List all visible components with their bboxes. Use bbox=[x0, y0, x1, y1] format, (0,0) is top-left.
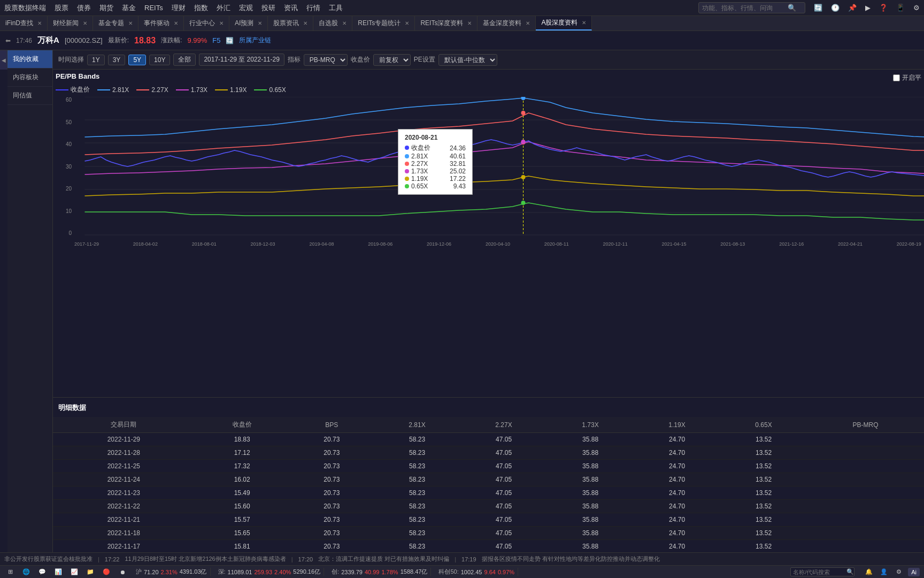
tooltip-value-281: 40.61 bbox=[450, 153, 466, 160]
main-layout: ◀ 我的收藏 内容板块 同估值 时间选择 1Y 3Y 5Y 10Y 全部 201… bbox=[0, 50, 924, 552]
chart-area: PE/PB Bands 开启平 收盘价 2.81X bbox=[53, 70, 924, 397]
time-btn-5y[interactable]: 5Y bbox=[128, 55, 146, 65]
tab-close-icon[interactable]: ✕ bbox=[219, 20, 224, 26]
tab-reits-stats[interactable]: REITs专题统计 ✕ bbox=[352, 16, 415, 31]
tab-close-icon[interactable]: ✕ bbox=[526, 20, 530, 26]
time-btn-all[interactable]: 全部 bbox=[173, 54, 196, 66]
menu-research[interactable]: 投研 bbox=[261, 3, 275, 13]
taskbar-icon-right-2[interactable]: 👤 bbox=[878, 566, 890, 578]
tab-close-icon[interactable]: ✕ bbox=[37, 20, 42, 26]
indicator-select[interactable]: PB-MRQ bbox=[304, 54, 348, 66]
tooltip-marker-065 bbox=[521, 201, 526, 205]
tab-watchlist[interactable]: 自选股 ✕ bbox=[313, 16, 352, 31]
tooltip-row-281: 2.81X 40.61 bbox=[405, 153, 466, 160]
help-icon[interactable]: ❓ bbox=[879, 4, 888, 12]
play-icon[interactable]: ▶ bbox=[865, 4, 871, 12]
menu-terminal[interactable]: 股票数据终端 bbox=[4, 3, 46, 13]
pe-setting-select[interactable]: 默认值-中位数 bbox=[438, 54, 497, 66]
time-btn-1y[interactable]: 1Y bbox=[87, 55, 105, 65]
tab-close-icon[interactable]: ✕ bbox=[582, 20, 586, 26]
tab-close-icon[interactable]: ✕ bbox=[405, 20, 409, 26]
top-search-input[interactable] bbox=[702, 4, 788, 12]
tab-ashare-deep[interactable]: A股深度资料 ✕ bbox=[536, 16, 592, 31]
taskbar-icon-right-1[interactable]: 🔔 bbox=[863, 566, 875, 578]
sidebar-item-content[interactable]: 内容板块 bbox=[7, 69, 52, 87]
date-range[interactable]: 2017-11-29 至 2022-11-29 bbox=[199, 54, 284, 66]
col-header-065: 0.65X bbox=[720, 417, 807, 433]
table-cell: 13.52 bbox=[720, 473, 807, 486]
change-label: 涨跌幅: bbox=[161, 36, 182, 45]
tab-ifind[interactable]: iFinD查找 ✕ bbox=[0, 16, 48, 31]
refresh-small-icon[interactable]: 🔄 bbox=[226, 37, 234, 44]
open-toggle-checkbox[interactable] bbox=[893, 74, 900, 81]
menu-funds[interactable]: 基金 bbox=[122, 3, 136, 13]
taskbar-icon-right-3[interactable]: ⚙ bbox=[893, 566, 905, 578]
tab-industry[interactable]: 行业中心 ✕ bbox=[184, 16, 229, 31]
phone-icon[interactable]: 📱 bbox=[896, 4, 905, 12]
taskbar-icon-chrome[interactable]: 🌐 bbox=[20, 566, 32, 578]
sidebar-item-favorites[interactable]: 我的收藏 bbox=[7, 50, 52, 69]
taskbar-icon-folder[interactable]: 📁 bbox=[84, 566, 96, 578]
tab-fund-deep[interactable]: 基金深度资料 ✕ bbox=[478, 16, 536, 31]
menu-info[interactable]: 资讯 bbox=[284, 3, 298, 13]
index-search-input[interactable] bbox=[793, 569, 846, 575]
taskbar-icon-red[interactable]: 🔴 bbox=[101, 566, 112, 578]
time-btn-10y[interactable]: 10Y bbox=[149, 55, 170, 65]
time-btn-3y[interactable]: 3Y bbox=[108, 55, 126, 65]
taskbar-icon-app[interactable]: 📈 bbox=[68, 566, 80, 578]
sidebar-item-valuation[interactable]: 同估值 bbox=[7, 87, 52, 105]
tab-close-icon[interactable]: ✕ bbox=[467, 20, 472, 26]
menu-index[interactable]: 指数 bbox=[194, 3, 208, 13]
market-name-sh: 沪 bbox=[136, 568, 142, 576]
history-back-icon[interactable]: ⬅ bbox=[5, 37, 11, 44]
tab-reits-deep[interactable]: REITs深度资料 ✕ bbox=[415, 16, 478, 31]
taskbar-icon-rec[interactable]: ⏺ bbox=[117, 566, 128, 578]
tab-stock-info[interactable]: 股票资讯 ✕ bbox=[268, 16, 313, 31]
tab-fund-special[interactable]: 基金专题 ✕ bbox=[93, 16, 138, 31]
indicator-label: 指标 bbox=[288, 55, 301, 64]
price-type-select[interactable]: 前复权 bbox=[373, 54, 411, 66]
menu-tools[interactable]: 工具 bbox=[329, 3, 343, 13]
refresh-icon[interactable]: 🔄 bbox=[814, 4, 822, 12]
menu-bonds[interactable]: 债券 bbox=[77, 3, 91, 13]
legend-label-281: 2.81X bbox=[112, 86, 129, 94]
tab-close-icon[interactable]: ✕ bbox=[128, 20, 133, 26]
tab-finance-news[interactable]: 财经新闻 ✕ bbox=[48, 16, 93, 31]
settings-icon[interactable]: ⚙ bbox=[913, 4, 920, 12]
industry-link[interactable]: 所属产业链 bbox=[239, 36, 271, 45]
tab-close-icon[interactable]: ✕ bbox=[342, 20, 346, 26]
status-time-3: 17:19 bbox=[461, 556, 476, 562]
tab-label: 财经新闻 bbox=[53, 19, 79, 28]
menu-futures[interactable]: 期货 bbox=[99, 3, 113, 13]
tab-close-icon[interactable]: ✕ bbox=[83, 20, 87, 26]
taskbar-icon-excel[interactable]: 📊 bbox=[52, 566, 64, 578]
f5-button[interactable]: F5 bbox=[212, 36, 220, 44]
tooltip-row-173: 1.73X 25.02 bbox=[405, 168, 466, 175]
table-cell: 58.23 bbox=[374, 540, 460, 553]
ai-button[interactable]: Ai bbox=[908, 568, 920, 576]
index-search-icon[interactable]: 🔍 bbox=[846, 568, 854, 575]
tab-close-icon[interactable]: ✕ bbox=[174, 20, 178, 26]
top-search-bar[interactable]: 🔍 bbox=[698, 2, 805, 13]
tab-ai[interactable]: AI预测 ✕ bbox=[229, 16, 268, 31]
menu-macro[interactable]: 宏观 bbox=[239, 3, 253, 13]
taskbar-icon-wechat[interactable]: 💬 bbox=[36, 566, 48, 578]
tab-close-icon[interactable]: ✕ bbox=[258, 20, 262, 26]
menu-forex[interactable]: 外汇 bbox=[217, 3, 230, 13]
menu-reits[interactable]: REITs bbox=[144, 4, 163, 12]
tab-label: 自选股 bbox=[319, 19, 338, 28]
pin-icon[interactable]: 📌 bbox=[848, 4, 857, 12]
taskbar-icon-grid[interactable]: ⊞ bbox=[4, 566, 16, 578]
menu-stocks[interactable]: 股票 bbox=[55, 3, 68, 13]
menu-wealth[interactable]: 理财 bbox=[172, 3, 186, 13]
index-search-bar[interactable]: 🔍 bbox=[790, 567, 854, 576]
table-cell: 24.70 bbox=[634, 460, 720, 473]
tab-events[interactable]: 事件驱动 ✕ bbox=[138, 16, 184, 31]
table-cell bbox=[807, 540, 924, 553]
sidebar-collapse-button[interactable]: ◀ bbox=[0, 50, 7, 70]
tooltip-marker-173 bbox=[521, 140, 526, 144]
tab-close-icon[interactable]: ✕ bbox=[303, 20, 307, 26]
clock-icon[interactable]: 🕐 bbox=[831, 4, 840, 12]
table-cell: 47.05 bbox=[460, 500, 547, 513]
menu-market[interactable]: 行情 bbox=[306, 3, 320, 13]
